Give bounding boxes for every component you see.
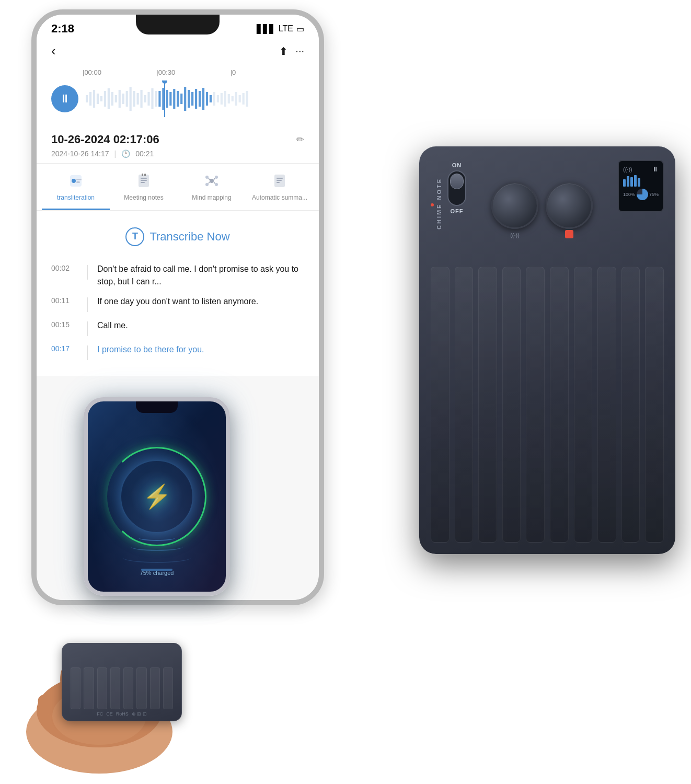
bar-3 [630, 177, 633, 187]
wireless-button[interactable] [491, 182, 538, 229]
charging-device: FC CE RoHS ⊕ ⊞ ⊡ [62, 643, 182, 721]
rib-7 [574, 267, 593, 543]
svg-point-56 [205, 176, 209, 179]
c-rib-4 [110, 667, 120, 709]
transcribe-banner[interactable]: T Transcribe Now [51, 219, 304, 255]
off-label: OFF [451, 208, 464, 214]
c-rib-5 [123, 667, 133, 709]
rib-5 [526, 267, 545, 543]
svg-rect-50 [141, 178, 147, 179]
bar-5 [638, 178, 640, 187]
rib-9 [621, 267, 640, 543]
lte-label: LTE [279, 24, 293, 33]
rib-2 [455, 267, 474, 543]
svg-rect-41 [235, 92, 237, 106]
svg-rect-22 [166, 90, 168, 108]
svg-rect-35 [213, 92, 215, 106]
timeline-mark-0: |00:00 [83, 68, 156, 76]
export-button[interactable]: ⬆ [279, 45, 288, 57]
charge-rings: ⚡ [105, 444, 209, 549]
transcript-line: 00:15 Call me. [51, 319, 304, 336]
playhead [164, 80, 165, 117]
rib-8 [597, 267, 616, 543]
svg-rect-65 [277, 178, 283, 179]
tab-mind-mapping-label: Mind mapping [192, 194, 231, 202]
svg-rect-0 [86, 95, 88, 102]
svg-point-46 [72, 179, 76, 183]
recording-meta: 2024-10-26 14:17 | 🕐 00:21 [51, 149, 304, 158]
svg-rect-5 [104, 91, 106, 107]
storage-pie [637, 189, 648, 200]
charging-ribs [66, 667, 177, 709]
svg-rect-18 [151, 88, 153, 109]
svg-rect-24 [173, 89, 175, 109]
status-icons: ▋▋▋ LTE ▭ [257, 24, 304, 34]
tab-bar: transliteration Meeting notes [37, 164, 319, 211]
svg-rect-8 [115, 95, 117, 102]
more-button[interactable]: ··· [295, 45, 304, 57]
display-bars [623, 175, 659, 187]
timeline-mark-30: |00:30 [156, 68, 230, 76]
power-switch[interactable]: ON OFF [447, 158, 466, 253]
transcribe-icon: T [125, 227, 144, 246]
tab-transliteration[interactable]: transliteration [42, 164, 110, 210]
svg-rect-29 [191, 92, 193, 106]
edit-icon[interactable]: ✏ [296, 134, 304, 145]
svg-rect-32 [202, 88, 204, 110]
svg-rect-11 [126, 91, 128, 107]
waveform-container[interactable] [86, 80, 304, 117]
rib-1 [431, 267, 450, 543]
ts-bar [87, 345, 88, 360]
svg-rect-44 [246, 91, 248, 107]
wifi-icon: ((·)) [623, 166, 632, 172]
brand-dot [431, 203, 434, 206]
svg-rect-19 [155, 91, 157, 107]
storage-pct: 75% [649, 192, 659, 197]
svg-rect-4 [100, 96, 102, 101]
record-button[interactable] [546, 182, 593, 229]
on-label: ON [452, 162, 462, 168]
timestamp-current: 00:17 [51, 343, 77, 353]
svg-line-60 [209, 178, 210, 180]
svg-rect-34 [210, 95, 212, 102]
nav-bar: ‹ ⬆ ··· [37, 39, 319, 63]
timestamp-0: 00:02 [51, 263, 77, 272]
charging-icons-row: FC CE RoHS ⊕ ⊞ ⊡ [97, 711, 147, 717]
svg-rect-2 [93, 90, 95, 108]
svg-rect-48 [76, 181, 80, 183]
waveform-area: |00:00 |00:30 |0 ⏸ [37, 63, 319, 125]
small-phone: ⚡ 75% charged [84, 397, 230, 596]
svg-rect-43 [243, 93, 245, 105]
recording-date: 2024-10-26 14:17 [51, 149, 109, 158]
wireless-button-label: ((·)) [510, 232, 520, 238]
chime-note-device: CHIME NOTE ON OFF ((·)) ( [419, 146, 675, 554]
waveform-row: ⏸ [51, 80, 304, 117]
recording-duration: 00:21 [135, 149, 154, 158]
device-body-ribs [419, 261, 675, 554]
svg-rect-23 [169, 92, 171, 106]
nav-actions: ⬆ ··· [279, 45, 304, 57]
tab-auto-summary[interactable]: Automatic summa... [246, 164, 314, 210]
svg-rect-25 [177, 91, 179, 107]
tab-mind-mapping[interactable]: Mind mapping [178, 164, 246, 210]
brand-text: CHIME NOTE [436, 177, 442, 229]
device-top: CHIME NOTE ON OFF ((·)) ( [419, 146, 675, 261]
ribs-area [431, 267, 664, 543]
ts-text-0: Don't be afraid to call me. I don't prom… [97, 263, 304, 288]
back-button[interactable]: ‹ [51, 43, 56, 59]
switch-thumb [450, 174, 464, 189]
svg-rect-13 [133, 91, 135, 107]
transcribe-text: Transcribe Now [149, 230, 229, 244]
svg-line-63 [214, 182, 215, 183]
device-buttons: ((·)) [471, 158, 613, 253]
tab-meeting-notes[interactable]: Meeting notes [110, 164, 178, 210]
svg-rect-31 [199, 91, 201, 107]
play-pause-button[interactable]: ⏸ [51, 85, 78, 112]
svg-rect-27 [184, 87, 186, 111]
tab-meeting-notes-label: Meeting notes [124, 194, 163, 202]
c-rib-6 [136, 667, 146, 709]
recording-title: 10-26-2024 02:17:06 [51, 133, 159, 146]
rib-4 [502, 267, 521, 543]
pause-display-icon: ⏸ [652, 165, 659, 173]
svg-rect-26 [180, 94, 182, 104]
